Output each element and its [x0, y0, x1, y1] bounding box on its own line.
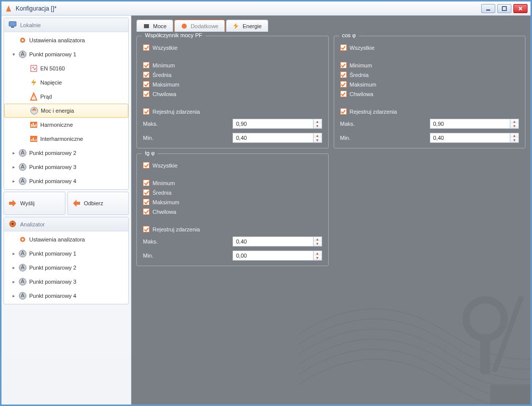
cos-maks-spinner[interactable]: ▲▼	[430, 119, 519, 129]
locally-item[interactable]: !Prąd	[4, 90, 128, 104]
caret-icon: ▸	[11, 251, 16, 256]
tree-item-label: Ustawienia analizatora	[29, 236, 85, 242]
cos-min-input[interactable]	[430, 133, 510, 143]
window-title: Konfiguracja []*	[16, 5, 481, 12]
check-label: Minimum	[350, 62, 372, 68]
locally-item[interactable]: Harmoniczne	[4, 118, 128, 132]
analyzer-item[interactable]: ▸APunkt pomiarowy 3	[4, 275, 128, 289]
checkbox[interactable]	[143, 62, 149, 68]
minimize-button[interactable]	[481, 4, 495, 13]
spin-down[interactable]: ▼	[510, 124, 518, 128]
spin-down[interactable]: ▼	[510, 138, 518, 142]
check-label: Średnia	[153, 72, 172, 78]
tg-min-input[interactable]	[233, 251, 313, 261]
svg-rect-49	[492, 295, 524, 373]
analyzer-item[interactable]: ▸APunkt pomiarowy 4	[4, 289, 128, 303]
tab-energie[interactable]: Energie	[226, 20, 268, 32]
locally-item[interactable]: Moc i energia	[4, 104, 128, 118]
tab-moce[interactable]: Moce	[136, 20, 173, 32]
checkbox[interactable]	[143, 208, 149, 215]
cos-maks-input[interactable]	[430, 119, 510, 129]
check-label: Rejestruj zdarzenia	[350, 109, 397, 115]
tree-icon: A	[18, 163, 27, 172]
analyzer-item[interactable]: ▸APunkt pomiarowy 1	[4, 247, 128, 261]
min-label: Min.	[340, 135, 426, 141]
check-label: Wszystkie	[350, 45, 375, 51]
analyzer-item[interactable]: Ustawienia analizatora	[4, 232, 128, 247]
checkbox[interactable]	[143, 162, 149, 169]
tree-item-label: Punkt pomiarowy 2	[29, 150, 77, 156]
locally-item[interactable]: ▸APunkt pomiarowy 3	[4, 160, 128, 174]
spin-up[interactable]: ▲	[314, 237, 322, 241]
spin-down[interactable]: ▼	[314, 124, 322, 128]
locally-item[interactable]: ▸APunkt pomiarowy 2	[4, 146, 128, 160]
tree-item-label: EN 50160	[40, 65, 65, 71]
tree-icon: A	[18, 277, 27, 286]
send-button[interactable]: Wyślij	[4, 192, 65, 215]
spin-up[interactable]: ▲	[314, 251, 322, 256]
cos-min-spinner[interactable]: ▲▼	[430, 133, 519, 143]
group-pf: Współczynnik mocy PFWszystkieMinimumŚred…	[136, 36, 329, 148]
locally-item[interactable]: EN 50160	[4, 61, 128, 75]
tree-icon: A	[18, 249, 27, 258]
checkbox[interactable]	[340, 91, 347, 97]
tg-maks-input[interactable]	[233, 236, 313, 247]
locally-item[interactable]: Interharmoniczne	[4, 132, 128, 146]
svg-point-38	[22, 238, 24, 240]
spin-up[interactable]: ▲	[314, 119, 322, 124]
checkbox[interactable]	[340, 81, 347, 88]
locally-item[interactable]: ▸APunkt pomiarowy 4	[4, 174, 128, 188]
maximize-button[interactable]	[497, 4, 511, 13]
tree-item-label: Moc i energia	[41, 108, 74, 114]
receive-button[interactable]: Odbierz	[67, 192, 129, 215]
caret-icon: ▸	[11, 265, 16, 270]
checkbox[interactable]	[143, 81, 149, 88]
tree-icon: A	[18, 291, 27, 300]
locally-item[interactable]: Napięcie	[4, 75, 128, 90]
check-label: Chwilowa	[350, 91, 373, 97]
tg-min-spinner[interactable]: ▲▼	[233, 251, 322, 261]
checkbox[interactable]	[340, 44, 347, 51]
checkbox[interactable]	[143, 180, 149, 186]
checkbox[interactable]	[340, 62, 347, 68]
tab-dodatkowe[interactable]: Dodatkowe	[174, 20, 225, 32]
checkbox[interactable]	[143, 226, 149, 232]
spin-up[interactable]: ▲	[314, 133, 322, 138]
spin-up[interactable]: ▲	[510, 133, 518, 138]
svg-text:A: A	[21, 178, 25, 184]
close-button[interactable]	[513, 4, 527, 13]
tab-label: Energie	[243, 23, 262, 29]
app-icon	[5, 5, 13, 13]
checkbox[interactable]	[340, 71, 347, 78]
tab-label: Dodatkowe	[191, 23, 218, 29]
check-label: Minimum	[153, 180, 175, 186]
spin-up[interactable]: ▲	[510, 119, 518, 124]
tree-item-label: Harmoniczne	[40, 122, 73, 128]
checkbox[interactable]	[143, 44, 149, 51]
check-label: Wszystkie	[153, 45, 178, 51]
checkbox[interactable]	[340, 108, 347, 115]
analyzer-panel: Analizator Ustawienia analizatora▸APunkt…	[4, 217, 129, 304]
tg-maks-spinner[interactable]: ▲▼	[233, 236, 322, 247]
spin-down[interactable]: ▼	[314, 256, 322, 260]
checkbox[interactable]	[143, 71, 149, 78]
send-icon	[8, 199, 17, 208]
checkbox[interactable]	[143, 108, 149, 115]
pf-maks-spinner[interactable]: ▲▼	[233, 119, 322, 129]
svg-point-8	[22, 39, 24, 41]
tab-icon	[233, 23, 240, 30]
pf-maks-input[interactable]	[233, 119, 313, 129]
checkbox[interactable]	[143, 91, 149, 97]
analyzer-item[interactable]: ▸APunkt pomiarowy 2	[4, 261, 128, 275]
spin-down[interactable]: ▼	[314, 138, 322, 142]
pf-min-spinner[interactable]: ▲▼	[233, 133, 322, 143]
checkbox[interactable]	[143, 189, 149, 196]
svg-rect-26	[36, 139, 37, 141]
checkbox[interactable]	[143, 199, 149, 205]
pf-min-input[interactable]	[233, 133, 313, 143]
spin-down[interactable]: ▼	[314, 241, 322, 246]
locally-item[interactable]: ▾APunkt pomiarowy 1	[4, 47, 128, 61]
locally-item[interactable]: Ustawienia analizatora	[4, 33, 128, 47]
locally-header: Lokalnie	[4, 18, 128, 32]
group-tg: tg φWszystkieMinimumŚredniaMaksimumChwil…	[136, 153, 329, 266]
